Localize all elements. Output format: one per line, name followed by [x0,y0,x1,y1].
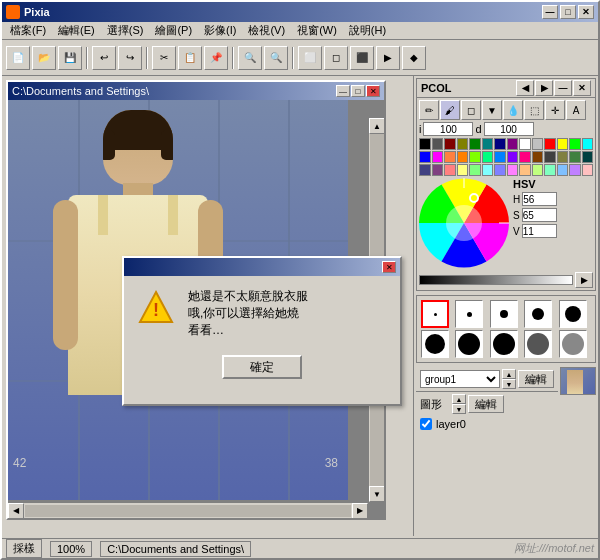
color-khaki[interactable] [557,151,569,163]
menu-select[interactable]: 選擇(S) [101,21,150,40]
maximize-button[interactable]: □ [560,5,576,19]
v-input[interactable] [522,224,557,238]
scroll-up-button[interactable]: ▲ [369,118,384,134]
layer-visible-checkbox[interactable] [420,418,432,430]
menu-window[interactable]: 視窗(W) [291,21,343,40]
color-blue[interactable] [419,151,431,163]
tool4-button[interactable]: ▶ [376,46,400,70]
color-purple[interactable] [507,138,519,150]
doc-maximize[interactable]: □ [351,85,365,97]
color-chartreuse[interactable] [469,151,481,163]
brush-9[interactable] [524,330,552,358]
shape-edit-button[interactable]: 編輯 [468,395,504,413]
doc-minimize[interactable]: — [336,85,350,97]
color-value-1[interactable] [423,122,473,136]
color-lgreen[interactable] [469,164,481,176]
color-wheel-svg[interactable] [419,178,509,268]
brush-3[interactable] [490,300,518,328]
color-value-2[interactable] [484,122,534,136]
color-brown[interactable] [532,151,544,163]
copy-button[interactable]: 📋 [178,46,202,70]
color-dteal[interactable] [582,151,594,163]
group-up[interactable]: ▲ [502,369,516,379]
color-olive[interactable] [457,138,469,150]
color-orange2[interactable] [457,151,469,163]
color-lime2[interactable] [532,164,544,176]
color-lavender[interactable] [569,164,581,176]
open-button[interactable]: 📂 [32,46,56,70]
close-button[interactable]: ✕ [578,5,594,19]
color-lcyan[interactable] [482,164,494,176]
tool2-button[interactable]: ◻ [324,46,348,70]
h-input[interactable] [522,192,557,206]
dialog-close-button[interactable]: ✕ [382,261,396,273]
color-gray[interactable] [544,151,556,163]
menu-view[interactable]: 檢視(V) [242,21,291,40]
color-maroon[interactable] [444,138,456,150]
minimize-button[interactable]: — [542,5,558,19]
brush-4[interactable] [524,300,552,328]
dropper-tool[interactable]: 💧 [503,100,523,120]
color-spring[interactable] [482,151,494,163]
paste-button[interactable]: 📌 [204,46,228,70]
color-lpink[interactable] [507,164,519,176]
menu-image[interactable]: 影像(I) [198,21,242,40]
zoom-out-button[interactable]: 🔍 [264,46,288,70]
color-rose[interactable] [519,151,531,163]
color-red[interactable] [544,138,556,150]
move-tool[interactable]: ✛ [545,100,565,120]
tool1-button[interactable]: ⬜ [298,46,322,70]
color-lyellow[interactable] [457,164,469,176]
new-button[interactable]: 📄 [6,46,30,70]
mix-expand[interactable]: ▶ [575,272,593,288]
shape-down[interactable]: ▼ [452,404,466,414]
group-edit-button[interactable]: 編輯 [518,370,554,388]
menu-edit[interactable]: 編輯(E) [52,21,101,40]
select-tool[interactable]: ⬚ [524,100,544,120]
color-lime[interactable] [569,138,581,150]
scroll-left-button[interactable]: ◀ [8,503,24,519]
color-fuchsia[interactable] [432,151,444,163]
color-blush[interactable] [582,164,594,176]
mix-bar[interactable] [419,275,573,285]
color-yellow[interactable] [557,138,569,150]
undo-button[interactable]: ↩ [92,46,116,70]
color-dgray[interactable] [432,138,444,150]
brush-6[interactable] [421,330,449,358]
scroll-right-button[interactable]: ▶ [352,503,368,519]
color-midblue[interactable] [419,164,431,176]
color-lblue[interactable] [494,164,506,176]
pcol-close[interactable]: ✕ [573,80,591,96]
redo-button[interactable]: ↪ [118,46,142,70]
eraser-tool[interactable]: ◻ [461,100,481,120]
zoom-in-button[interactable]: 🔍 [238,46,262,70]
menu-draw[interactable]: 繪圖(P) [149,21,198,40]
pcol-prev[interactable]: ◀ [516,80,534,96]
brush-5[interactable] [559,300,587,328]
shape-up[interactable]: ▲ [452,394,466,404]
color-green[interactable] [469,138,481,150]
fill-tool[interactable]: ▼ [482,100,502,120]
color-sage[interactable] [569,151,581,163]
color-mint[interactable] [544,164,556,176]
brush-7[interactable] [455,330,483,358]
color-azure[interactable] [494,151,506,163]
dialog-ok-button[interactable]: 確定 [222,355,302,379]
color-teal[interactable] [482,138,494,150]
pcol-minimize[interactable]: — [554,80,572,96]
tool3-button[interactable]: ⬛ [350,46,374,70]
brush-tool[interactable]: 🖌 [440,100,460,120]
color-mauve[interactable] [432,164,444,176]
text-tool[interactable]: A [566,100,586,120]
color-sky[interactable] [557,164,569,176]
s-input[interactable] [522,208,557,222]
color-violet[interactable] [507,151,519,163]
group-down[interactable]: ▼ [502,379,516,389]
scroll-down-button[interactable]: ▼ [369,486,384,502]
doc-close[interactable]: ✕ [366,85,380,97]
color-black[interactable] [419,138,431,150]
color-navy[interactable] [494,138,506,150]
tool5-button[interactable]: ◆ [402,46,426,70]
color-cyan[interactable] [582,138,594,150]
brush-1[interactable] [421,300,449,328]
